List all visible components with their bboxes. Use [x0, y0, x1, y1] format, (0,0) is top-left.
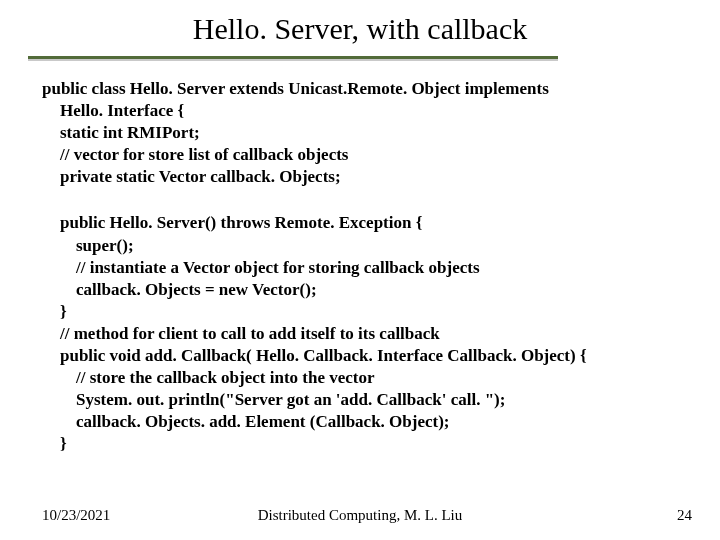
code-block-1: public class Hello. Server extends Unica… [42, 78, 682, 188]
code-line: // instantiate a Vector object for stori… [42, 257, 682, 279]
code-line: // vector for store list of callback obj… [42, 144, 682, 166]
code-line: } [42, 301, 682, 323]
footer-center: Distributed Computing, M. L. Liu [0, 507, 720, 524]
slide: Hello. Server, with callback public clas… [0, 0, 720, 540]
slide-title: Hello. Server, with callback [0, 0, 720, 52]
code-content: public class Hello. Server extends Unica… [42, 78, 682, 456]
code-line: } [42, 433, 682, 455]
code-line: // method for client to call to add itse… [42, 323, 682, 345]
code-line: // store the callback object into the ve… [42, 367, 682, 389]
code-line: public class Hello. Server extends Unica… [42, 78, 682, 100]
code-line: callback. Objects. add. Element (Callbac… [42, 411, 682, 433]
code-line: System. out. println("Server got an 'add… [42, 389, 682, 411]
footer-page-number: 24 [677, 507, 692, 524]
code-line: super(); [42, 235, 682, 257]
title-underline [28, 56, 558, 59]
code-line: Hello. Interface { [42, 100, 682, 122]
code-line: private static Vector callback. Objects; [42, 166, 682, 188]
code-block-2: public Hello. Server() throws Remote. Ex… [42, 212, 682, 455]
code-line: static int RMIPort; [42, 122, 682, 144]
code-line: callback. Objects = new Vector(); [42, 279, 682, 301]
code-line: public Hello. Server() throws Remote. Ex… [42, 212, 682, 234]
code-line: public void add. Callback( Hello. Callba… [42, 345, 682, 367]
